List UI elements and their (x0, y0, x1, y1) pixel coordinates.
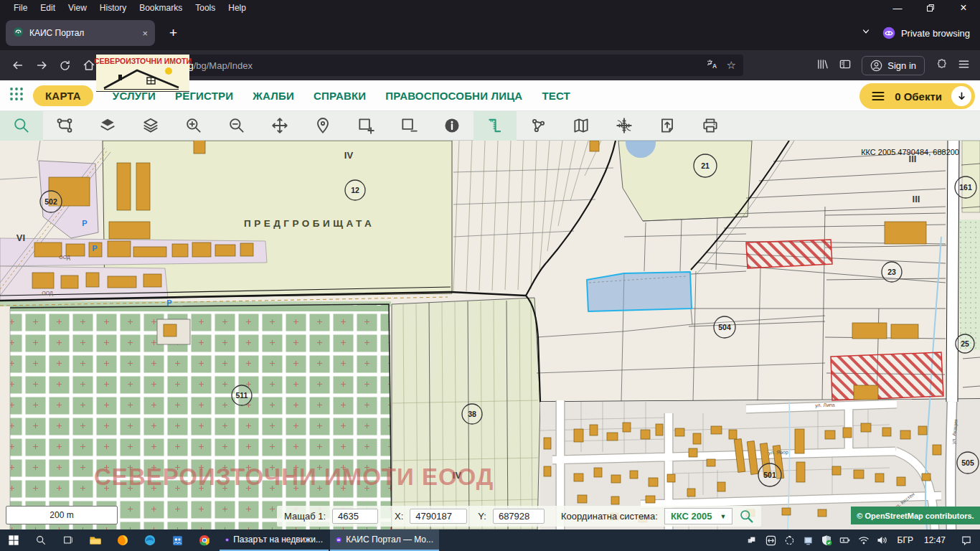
parking-symbol: P (92, 244, 97, 253)
new-tab-button[interactable]: + (169, 25, 177, 41)
nav-item-pravosposobni[interactable]: ПРАВОСПОСОБНИ ЛИЦА (385, 90, 522, 102)
y-label: Y: (478, 511, 486, 522)
power-tray-icon[interactable] (837, 529, 854, 551)
window-menubar: File Edit View History Bookmarks Tools H… (0, 0, 980, 16)
photos-app-icon[interactable] (164, 529, 191, 551)
street-label: ООД (59, 255, 70, 260)
nav-item-spravki[interactable]: СПРАВКИ (314, 90, 366, 102)
agency-logo-house-icon (103, 65, 183, 91)
menu-history[interactable]: History (93, 1, 133, 14)
tab-title: КАИС Портал (29, 28, 84, 38)
snip-tray-icon[interactable] (781, 529, 798, 551)
bookmark-star-icon[interactable]: ☆ (727, 59, 736, 72)
firefox-icon[interactable] (109, 529, 136, 551)
clock[interactable]: 12:47 (920, 535, 950, 545)
coordinates-search-icon[interactable] (739, 509, 754, 524)
nav-item-test[interactable]: ТЕСТ (542, 90, 570, 102)
app-menu-icon[interactable] (958, 58, 970, 73)
tool-print[interactable] (689, 111, 732, 141)
sidebar-icon[interactable] (839, 58, 852, 73)
tab-list-chevron-icon[interactable] (861, 27, 871, 39)
tool-layers-base[interactable] (86, 111, 129, 141)
cadastre-map[interactable]: 5021221161232550451138501505IVVIIIIIIIIV… (0, 141, 980, 529)
firefox-private-icon (225, 534, 229, 545)
taskbar-window-pazarut[interactable]: Пазарът на недвижи... (220, 529, 329, 551)
edge-icon[interactable] (136, 529, 164, 551)
parcel-number: 511 (236, 391, 248, 400)
defender-tray-icon[interactable] (819, 529, 835, 551)
parcel-number: 505 (961, 458, 974, 467)
start-button[interactable] (0, 529, 27, 551)
volume-tray-icon[interactable] (875, 529, 891, 551)
wifi-tray-icon[interactable] (856, 529, 872, 551)
reload-button[interactable] (53, 54, 77, 77)
firefox-private-icon (336, 534, 341, 545)
sign-in-button[interactable]: Sign in (862, 56, 925, 75)
chrome-icon[interactable] (191, 529, 218, 551)
parking-symbol: P (82, 219, 87, 227)
tool-layers-stack[interactable] (129, 111, 172, 141)
task-view-icon[interactable] (55, 529, 82, 551)
nav-item-karta[interactable]: КАРТА (33, 85, 93, 106)
parcel-number: 38 (468, 410, 476, 418)
teamviewer-tray-icon[interactable] (763, 529, 779, 551)
nav-item-zhalbi[interactable]: ЖАЛБИ (253, 90, 294, 102)
apps-grid-icon[interactable] (9, 86, 24, 105)
scale-input[interactable]: 4635 (332, 509, 378, 524)
parcel-number: 161 (959, 183, 972, 192)
parcel-number: 504 (718, 323, 731, 331)
display-tray-icon[interactable] (800, 529, 816, 551)
minimize-button[interactable]: — (881, 0, 914, 16)
selected-parcel[interactable] (587, 272, 692, 311)
extensions-puzzle-icon[interactable] (935, 57, 948, 73)
objects-button[interactable]: 0 Обекти (859, 83, 975, 109)
menu-edit[interactable]: Edit (34, 1, 62, 14)
translate-icon[interactable]: A (706, 58, 718, 72)
tool-zoom-out[interactable] (215, 111, 258, 141)
tool-route-nodes[interactable] (43, 111, 86, 141)
action-center-icon[interactable] (958, 529, 974, 551)
menu-file[interactable]: File (7, 1, 34, 14)
hidden-icons-button[interactable] (744, 529, 760, 551)
x-input[interactable]: 4790187 (410, 509, 467, 524)
tool-polygon-nodes[interactable] (517, 111, 560, 141)
crs-label: Координатна система: (561, 511, 658, 522)
forward-button[interactable] (29, 54, 53, 77)
tool-coordinate-grid[interactable] (603, 111, 646, 141)
tool-zoom-in[interactable] (172, 111, 215, 141)
crs-dropdown-arrow-icon[interactable]: ▼ (720, 513, 727, 520)
tool-rect-zoom-in[interactable] (344, 111, 387, 141)
parcel-number: 21 (701, 161, 710, 170)
objects-download-icon[interactable] (951, 86, 971, 106)
tool-measure[interactable] (473, 111, 517, 141)
url-bar[interactable]: kais.cadastre.bg/bg/Map/Index A ☆ (103, 55, 743, 76)
tab-favicon (13, 27, 24, 39)
restore-button[interactable] (914, 0, 947, 16)
tool-map[interactable] (560, 111, 603, 141)
close-button[interactable]: × (947, 0, 980, 16)
file-explorer-icon[interactable] (82, 529, 109, 551)
taskbar-window-kais[interactable]: КАИС Портал — Mo... (330, 529, 439, 551)
tool-info[interactable] (430, 111, 473, 141)
crs-dropdown[interactable]: ККС 2005▼ (664, 508, 733, 524)
menu-view[interactable]: View (62, 1, 93, 14)
menu-tools[interactable]: Tools (189, 1, 222, 14)
tool-pan[interactable] (258, 111, 301, 141)
tab-close-icon[interactable]: × (142, 28, 148, 39)
tool-export-page[interactable] (646, 111, 689, 141)
menu-bookmarks[interactable]: Bookmarks (133, 1, 189, 14)
zone-roman-numeral: IV (344, 150, 354, 161)
y-input[interactable]: 687928 (493, 509, 545, 524)
menu-help[interactable]: Help (222, 1, 253, 14)
map-canvas[interactable]: 5021221161232550451138501505IVVIIIIIIIIV… (0, 141, 980, 529)
library-icon[interactable] (816, 58, 829, 73)
tool-rect-zoom-out[interactable] (387, 111, 430, 141)
tool-location-pin[interactable] (301, 111, 344, 141)
tab-kais-portal[interactable]: КАИС Портал × (6, 20, 155, 46)
language-indicator[interactable]: БГР (893, 535, 918, 545)
taskbar-search-icon[interactable] (27, 529, 55, 551)
parcel-number: 502 (44, 197, 57, 206)
tool-search[interactable] (0, 111, 43, 141)
osm-attribution[interactable]: © OpenStreetMap contributors. (851, 507, 980, 524)
back-button[interactable] (6, 54, 29, 77)
